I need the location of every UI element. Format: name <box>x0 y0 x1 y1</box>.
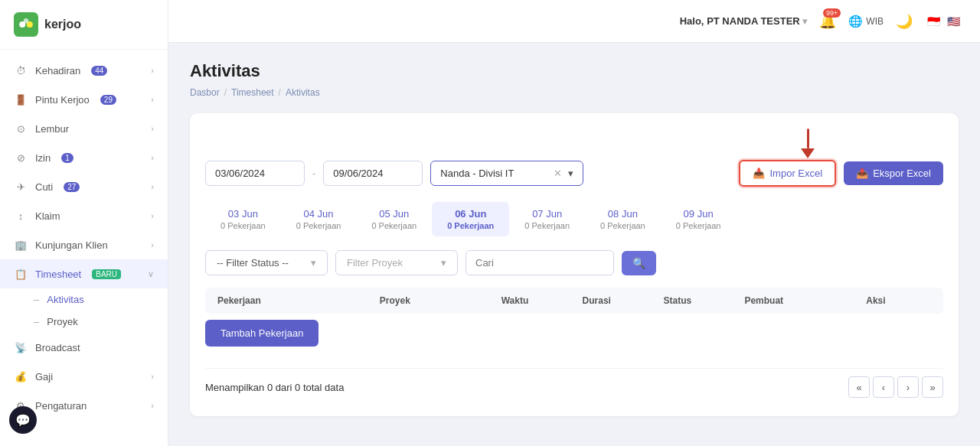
date-tab-04jun[interactable]: 04 Jun 0 Pekerjaan <box>281 202 357 236</box>
division-dropdown[interactable]: Nanda - Divisi IT ✕ ▾ <box>430 161 583 186</box>
breadcrumb-dasbor[interactable]: Dasbor <box>190 87 220 98</box>
chevron-klaim-icon: › <box>151 211 154 220</box>
logo[interactable]: kerjoo <box>0 0 168 50</box>
greeting-text: Halo, PT NANDA TESTER ▾ <box>680 15 808 27</box>
sidebar-item-timesheet[interactable]: 📋 Timesheet BARU ∨ <box>0 259 168 288</box>
kerjoo-logo <box>14 12 38 37</box>
door-icon: 🚪 <box>14 93 28 106</box>
pagination: « ‹ › » <box>848 376 943 398</box>
date-tab-05jun[interactable]: 05 Jun 0 Pekerjaan <box>356 202 432 236</box>
pagination-last-button[interactable]: » <box>922 376 943 398</box>
dash-icon-2: – <box>34 316 39 327</box>
export-label: Ekspor Excel <box>873 168 931 179</box>
main-area: Halo, PT NANDA TESTER ▾ 🔔 99+ 🌐 WIB 🌙 🇮🇩… <box>168 0 980 446</box>
search-button[interactable]: 🔍 <box>622 251 656 275</box>
overtime-icon: ⊙ <box>14 122 28 135</box>
date-tab-04jun-label: 04 Jun <box>304 208 334 220</box>
filters-row: - Nanda - Divisi IT ✕ ▾ 📥 Impor Excel 📤 … <box>205 160 943 187</box>
chevron-pintu-icon: › <box>151 95 154 104</box>
add-pekerjaan-button[interactable]: Tambah Pekerjaan <box>205 320 318 347</box>
badge-kehadiran: 44 <box>91 66 107 76</box>
badge-izin: 1 <box>61 153 74 163</box>
clear-division-button[interactable]: ✕ <box>554 168 562 179</box>
timesheet-icon: 📋 <box>14 267 28 281</box>
greeting-label: Halo, <box>680 15 704 27</box>
date-tab-06jun[interactable]: 06 Jun 0 Pekerjaan <box>432 202 509 236</box>
import-excel-button[interactable]: 📥 Impor Excel <box>739 160 836 187</box>
search-input[interactable] <box>475 257 604 269</box>
date-tab-08jun-label: 08 Jun <box>608 208 638 220</box>
date-tab-07jun-label: 07 Jun <box>532 208 562 220</box>
status-filter-dropdown[interactable]: -- Filter Status -- ▾ <box>205 250 328 275</box>
col-proyek: Proyek <box>380 295 501 306</box>
search-bar <box>466 250 614 275</box>
dash-icon: – <box>34 294 39 305</box>
permit-icon: ⊘ <box>14 151 28 164</box>
pagination-first-button[interactable]: « <box>848 376 870 398</box>
col-waktu: Waktu <box>501 295 583 306</box>
claim-icon: ↕ <box>14 209 28 223</box>
date-tabs: 03 Jun 0 Pekerjaan 04 Jun 0 Pekerjaan 05… <box>205 202 943 236</box>
date-tab-07jun[interactable]: 07 Jun 0 Pekerjaan <box>509 202 585 236</box>
pagination-next-button[interactable]: › <box>897 376 919 398</box>
nav-label-aktivitas: Aktivitas <box>47 294 83 305</box>
sidebar-item-kehadiran[interactable]: ⏱ Kehadiran 44 › <box>0 56 168 85</box>
sidebar-item-izin[interactable]: ⊘ Izin 1 › <box>0 143 168 172</box>
date-tab-05jun-label: 05 Jun <box>379 208 409 220</box>
filter-project-label: Filter Proyek <box>347 257 403 269</box>
page-title: Aktivitas <box>190 61 959 81</box>
date-tab-06jun-sub: 0 Pekerjaan <box>447 221 494 230</box>
language-selector[interactable]: 🇮🇩 🇺🇸 <box>925 15 962 27</box>
chat-icon: 💬 <box>15 413 31 428</box>
chevron-cuti-icon: › <box>151 182 154 191</box>
filter-status-label: -- Filter Status -- <box>217 257 289 269</box>
file-export-icon: 📤 <box>856 168 868 179</box>
nav-label-klaim: Klaim <box>35 210 60 222</box>
badge-cuti: 27 <box>64 182 80 192</box>
sidebar-item-pintu-kerjoo[interactable]: 🚪 Pintu Kerjoo 29 › <box>0 85 168 114</box>
sidebar-item-lembur[interactable]: ⊙ Lembur › <box>0 114 168 143</box>
dark-mode-button[interactable]: 🌙 <box>896 13 913 30</box>
nav-label-kunjungan: Kunjungan Klien <box>35 239 108 251</box>
nav-label-gaji: Gaji <box>35 371 53 383</box>
breadcrumb-timesheet[interactable]: Timesheet <box>231 87 274 98</box>
timezone-selector[interactable]: 🌐 WIB <box>848 15 884 28</box>
chevron-project-icon: ▾ <box>441 257 446 269</box>
pagination-prev-button[interactable]: ‹ <box>873 376 894 398</box>
date-tab-06jun-label: 06 Jun <box>455 208 486 220</box>
project-filter-dropdown[interactable]: Filter Proyek ▾ <box>335 250 458 275</box>
date-tab-07jun-sub: 0 Pekerjaan <box>524 221 570 230</box>
col-status: Status <box>663 295 744 306</box>
arrow-indicator <box>801 129 815 158</box>
date-tab-09jun[interactable]: 09 Jun 0 Pekerjaan <box>661 202 737 236</box>
sidebar-item-klaim[interactable]: ↕ Klaim › <box>0 201 168 230</box>
help-button[interactable]: 💬 <box>9 406 37 434</box>
col-durasi: Durasi <box>583 295 664 306</box>
chevron-pengaturan-icon: › <box>151 401 154 410</box>
svg-point-3 <box>24 18 28 23</box>
sidebar-item-gaji[interactable]: 💰 Gaji › <box>0 362 168 391</box>
date-to-input[interactable] <box>323 161 423 186</box>
dropdown-icon[interactable]: ▾ <box>802 16 807 27</box>
sidebar-item-broadcast[interactable]: 📡 Broadcast <box>0 333 168 362</box>
search-icon: 🔍 <box>632 257 645 269</box>
date-from-input[interactable] <box>205 161 305 186</box>
date-tab-08jun[interactable]: 08 Jun 0 Pekerjaan <box>585 202 661 236</box>
export-excel-button[interactable]: 📤 Ekspor Excel <box>844 161 943 185</box>
sidebar-item-kunjungan-klien[interactable]: 🏢 Kunjungan Klien › <box>0 230 168 259</box>
logo-text: kerjoo <box>44 18 81 31</box>
breadcrumb-sep-2: / <box>279 87 281 98</box>
arrow-head-icon <box>801 148 815 158</box>
sidebar-item-cuti[interactable]: ✈ Cuti 27 › <box>0 172 168 201</box>
sidebar-subitem-proyek[interactable]: – Proyek <box>0 311 168 333</box>
broadcast-icon: 📡 <box>14 340 28 354</box>
chevron-lembur-icon: › <box>151 124 154 133</box>
date-tab-05jun-sub: 0 Pekerjaan <box>371 221 416 230</box>
notifications-button[interactable]: 🔔 99+ <box>819 13 836 30</box>
date-tab-03jun[interactable]: 03 Jun 0 Pekerjaan <box>205 202 281 236</box>
col-pekerjaan: Pekerjaan <box>217 295 380 306</box>
date-separator: - <box>312 168 315 179</box>
sidebar-subitem-aktivitas[interactable]: – Aktivitas <box>0 288 168 311</box>
user-name: PT NANDA TESTER <box>707 15 800 27</box>
nav-label-timesheet: Timesheet <box>35 269 81 280</box>
